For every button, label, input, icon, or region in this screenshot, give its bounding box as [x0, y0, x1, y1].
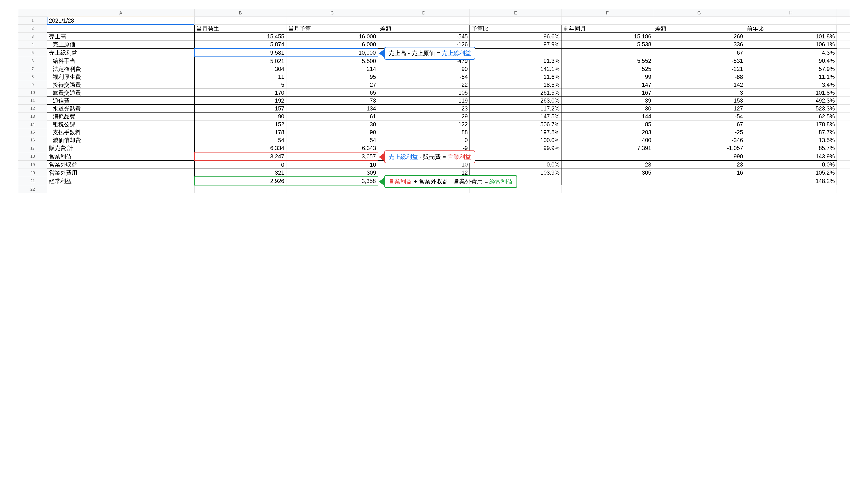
cell-H1[interactable]: [745, 17, 837, 25]
col-header-D[interactable]: D: [378, 9, 470, 17]
cell-B6[interactable]: 5,021: [194, 57, 286, 65]
row-7[interactable]: 7法定権利費30421490142.1%525-22157.9%: [18, 65, 850, 73]
cell-G5[interactable]: -67: [653, 48, 745, 57]
cell-F17[interactable]: 7,391: [561, 144, 653, 152]
row-header-19[interactable]: 19: [18, 161, 47, 169]
cell-B7[interactable]: 304: [194, 65, 286, 73]
cell-E8[interactable]: 11.6%: [470, 73, 561, 81]
cell-A6[interactable]: 給料手当: [47, 57, 194, 65]
cell-A18[interactable]: 営業利益: [47, 152, 194, 161]
cell-F7[interactable]: 525: [561, 65, 653, 73]
cell-G7[interactable]: -221: [653, 65, 745, 73]
cell-G9[interactable]: -142: [653, 81, 745, 89]
cell-D18[interactable]: [378, 152, 470, 161]
cell-C11[interactable]: 73: [286, 97, 378, 105]
cell-A13[interactable]: 消耗品費: [47, 112, 194, 121]
cell-F10[interactable]: 167: [561, 89, 653, 97]
cell-C22[interactable]: [286, 185, 378, 193]
cell-F1[interactable]: [561, 17, 653, 25]
row-header-7[interactable]: 7: [18, 65, 47, 73]
cell-C7[interactable]: 214: [286, 65, 378, 73]
cell-D12[interactable]: 23: [378, 105, 470, 112]
cell-C18[interactable]: 3,657: [286, 152, 378, 161]
cell-E14[interactable]: 506.7%: [470, 121, 561, 128]
cell-C5[interactable]: 10,000: [286, 48, 378, 57]
cell-D11[interactable]: 119: [378, 97, 470, 105]
cell-B21[interactable]: 2,926: [194, 177, 286, 185]
cell-D19[interactable]: -10: [378, 161, 470, 169]
col-header-F[interactable]: F: [561, 9, 653, 17]
cell-A10[interactable]: 旅費交通費: [47, 89, 194, 97]
cell-E11[interactable]: 263.0%: [470, 97, 561, 105]
cell-D22[interactable]: [378, 185, 470, 193]
cell-E15[interactable]: 197.8%: [470, 128, 561, 136]
cell-H19[interactable]: 0.0%: [745, 161, 837, 169]
cell-B9[interactable]: 5: [194, 81, 286, 89]
cell-C14[interactable]: 30: [286, 121, 378, 128]
row-20[interactable]: 20営業外費用32130912103.9%30516105.2%: [18, 169, 850, 177]
cell-B16[interactable]: 54: [194, 136, 286, 144]
cell-D16[interactable]: 0: [378, 136, 470, 144]
row-header-12[interactable]: 12: [18, 105, 47, 112]
cell-G19[interactable]: -23: [653, 161, 745, 169]
row-header-1[interactable]: 1: [18, 17, 47, 25]
cell-B13[interactable]: 90: [194, 112, 286, 121]
row-header-13[interactable]: 13: [18, 112, 47, 121]
cell-A4[interactable]: 売上原価: [47, 40, 194, 48]
row-header-11[interactable]: 11: [18, 97, 47, 105]
cell-F12[interactable]: 30: [561, 105, 653, 112]
col-header-G[interactable]: G: [653, 9, 745, 17]
cell-A7[interactable]: 法定権利費: [47, 65, 194, 73]
row-header-3[interactable]: 3: [18, 33, 47, 40]
cell-F16[interactable]: 400: [561, 136, 653, 144]
cell-D4[interactable]: -126: [378, 40, 470, 48]
cell-E4[interactable]: 97.9%: [470, 40, 561, 48]
cell-E20[interactable]: 103.9%: [470, 169, 561, 177]
row-header-6[interactable]: 6: [18, 57, 47, 65]
cell-F13[interactable]: 144: [561, 112, 653, 121]
cell-H14[interactable]: 178.8%: [745, 121, 837, 128]
row-header-9[interactable]: 9: [18, 81, 47, 89]
cell-F6[interactable]: 5,552: [561, 57, 653, 65]
cell-D9[interactable]: -22: [378, 81, 470, 89]
row-header-20[interactable]: 20: [18, 169, 47, 177]
cell-G14[interactable]: 67: [653, 121, 745, 128]
cell-C17[interactable]: 6,343: [286, 144, 378, 152]
row-10[interactable]: 10旅費交通費17065105261.5%1673101.8%: [18, 89, 850, 97]
cell-C16[interactable]: 54: [286, 136, 378, 144]
cell-B4[interactable]: 5,874: [194, 40, 286, 48]
row-header-10[interactable]: 10: [18, 89, 47, 97]
cell-E19[interactable]: 0.0%: [470, 161, 561, 169]
cell-B12[interactable]: 157: [194, 105, 286, 112]
cell-E2[interactable]: 予算比: [470, 25, 561, 33]
row-header-4[interactable]: 4: [18, 40, 47, 48]
cell-A16[interactable]: 減価償却費: [47, 136, 194, 144]
cell-D7[interactable]: 90: [378, 65, 470, 73]
cell-G15[interactable]: -25: [653, 128, 745, 136]
row-16[interactable]: 16減価償却費54540100.0%400-34613.5%: [18, 136, 850, 144]
row-1[interactable]: 1 2021/1/28: [18, 17, 850, 25]
cell-H17[interactable]: 85.7%: [745, 144, 837, 152]
cell-F2[interactable]: 前年同月: [561, 25, 653, 33]
cell-B1[interactable]: [194, 17, 286, 25]
cell-F5[interactable]: [561, 48, 653, 57]
cell-C8[interactable]: 95: [286, 73, 378, 81]
cell-G3[interactable]: 269: [653, 33, 745, 40]
cell-F20[interactable]: 305: [561, 169, 653, 177]
cell-D5[interactable]: [378, 48, 470, 57]
cell-F22[interactable]: [561, 185, 653, 193]
cell-E6[interactable]: 91.3%: [470, 57, 561, 65]
cell-G8[interactable]: -88: [653, 73, 745, 81]
row-header-22[interactable]: 22: [18, 185, 47, 193]
row-6[interactable]: 6給料手当5,0215,500-47991.3%5,552-53190.4%: [18, 57, 850, 65]
cell-E3[interactable]: 96.6%: [470, 33, 561, 40]
cell-C12[interactable]: 134: [286, 105, 378, 112]
cell-A5[interactable]: 売上総利益: [47, 48, 194, 57]
row-header-2[interactable]: 2: [18, 25, 47, 33]
row-18[interactable]: 18営業利益3,2473,657990143.9%: [18, 152, 850, 161]
row-19[interactable]: 19営業外収益010-100.0%23-230.0%: [18, 161, 850, 169]
row-21[interactable]: 21経常利益2,9263,358148.2%: [18, 177, 850, 185]
col-header-C[interactable]: C: [286, 9, 378, 17]
cell-H3[interactable]: 101.8%: [745, 33, 837, 40]
cell-C19[interactable]: 10: [286, 161, 378, 169]
